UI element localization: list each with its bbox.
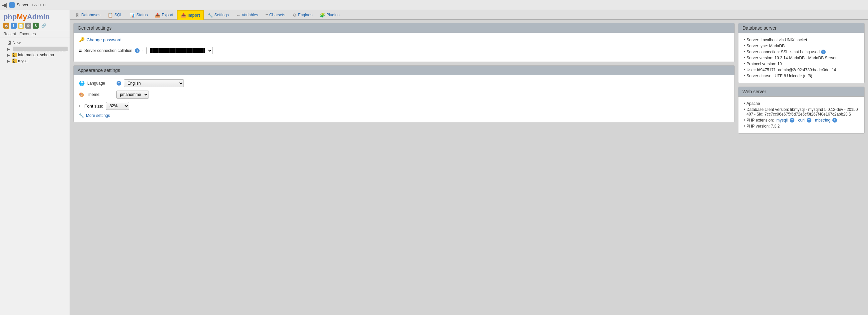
gear-icon[interactable]: ⚙: [25, 23, 31, 29]
web-server-title: Web server: [742, 89, 766, 94]
left-column: General settings 🔑 Change password ≡ Ser…: [73, 23, 735, 312]
theme-row: 🎨 Theme: pmahomme: [79, 91, 729, 99]
more-settings-label: More settings: [86, 113, 110, 118]
database-server-header: Database server: [738, 23, 864, 33]
back-button[interactable]: ◀: [2, 1, 7, 9]
collation-select[interactable]: ████████████████████: [146, 47, 213, 54]
db-server-item-2: Server connection: SSL is not being used…: [744, 49, 859, 55]
main-layout: phpMyAdmin 🏠 ℹ 📄 ⚙ $ 🔗 Recent Favorites …: [0, 10, 868, 315]
general-settings-title: General settings: [78, 25, 112, 31]
sql-icon: 📋: [107, 13, 113, 18]
tab-status[interactable]: 📊 Status: [126, 10, 151, 20]
change-password-label: Change password: [87, 37, 122, 42]
tab-import-label: Import: [188, 13, 200, 18]
export-icon: 📤: [155, 13, 160, 18]
web-server-list: Apache Database client version: libmysql…: [744, 100, 859, 129]
tab-export[interactable]: 📤 Export: [151, 10, 177, 20]
list-icon: ≡: [79, 48, 82, 53]
mysql-label: mysql: [18, 59, 28, 63]
doc-icon[interactable]: 📄: [18, 23, 24, 29]
language-help-icon[interactable]: ?: [117, 81, 121, 86]
tab-variables[interactable]: ↔ Variables: [232, 10, 262, 20]
server-title: Server: 127.0.0.1: [9, 2, 47, 8]
recent-link[interactable]: Recent: [3, 32, 16, 36]
favorites-link[interactable]: Favorites: [19, 32, 36, 36]
theme-select[interactable]: pmahomme: [116, 91, 149, 99]
tab-sql-label: SQL: [114, 13, 122, 17]
web-server-item-3: PHP version: 7.3.2: [744, 123, 859, 129]
charsets-icon: ≡: [266, 13, 268, 18]
import-icon: 📥: [181, 13, 186, 18]
font-size-label: Font size:: [85, 103, 103, 108]
variables-icon: ↔: [236, 13, 241, 18]
web-server-item-1: Database client version: libmysql - mysq…: [744, 106, 859, 117]
engines-icon: ⚙: [293, 13, 297, 18]
tree-blurred-db[interactable]: ▶ ████████████████: [6, 46, 68, 52]
tab-settings-label: Settings: [214, 13, 228, 17]
wrench-icon: 🔧: [79, 113, 84, 118]
db-tree: 🗄 New ▶ ████████████████ ▶ 🗄 information…: [0, 38, 70, 315]
language-select[interactable]: English: [124, 79, 184, 87]
web-server-item-2: PHP extension: mysqli ? curl ? mbstring …: [744, 117, 859, 123]
database-server-panel: Database server Server: Localhost via UN…: [738, 23, 865, 83]
tab-bar: 🗄 Databases 📋 SQL 📊 Status 📤 Export 📥 Im…: [70, 10, 868, 20]
font-size-select[interactable]: 82%: [106, 102, 129, 110]
appearance-settings-header: Appearance settings: [73, 66, 735, 75]
sidebar: phpMyAdmin 🏠 ℹ 📄 ⚙ $ 🔗 Recent Favorites …: [0, 10, 70, 315]
tree-new[interactable]: 🗄 New: [1, 40, 68, 46]
tab-sql[interactable]: 📋 SQL: [104, 10, 126, 20]
change-password-link[interactable]: 🔑 Change password: [79, 37, 729, 42]
collation-help-icon[interactable]: ?: [135, 48, 140, 53]
db-server-item-1: Server type: MariaDB: [744, 43, 859, 49]
ssl-help-icon[interactable]: ?: [821, 50, 826, 54]
globe-icon: 🌐: [79, 81, 85, 86]
tree-mysql[interactable]: ▶ 🗄 mysql: [6, 58, 68, 64]
collation-row: ≡ Server connection collation ? : ██████…: [79, 47, 729, 54]
tab-databases[interactable]: 🗄 Databases: [72, 10, 104, 20]
tab-engines[interactable]: ⚙ Engines: [289, 10, 316, 20]
web-server-item-0: Apache: [744, 100, 859, 106]
appearance-settings-panel: Appearance settings 🌐 Language ? English: [73, 65, 735, 122]
tab-status-label: Status: [136, 13, 148, 17]
key-icon: 🔑: [79, 37, 85, 42]
colon: :: [142, 48, 144, 53]
logo: phpMyAdmin: [3, 13, 66, 21]
blurred-db-label: ████████████████: [13, 46, 68, 51]
curl-link[interactable]: curl: [798, 118, 804, 123]
language-label: Language: [87, 81, 114, 86]
tab-import[interactable]: 📥 Import: [177, 10, 204, 20]
db-server-item-3: Server version: 10.3.14-MariaDB - MariaD…: [744, 55, 859, 61]
php-icon[interactable]: $: [33, 23, 39, 29]
database-server-list: Server: Localhost via UNIX socket Server…: [744, 37, 859, 79]
home-icon[interactable]: 🏠: [3, 23, 9, 29]
mbstring-help-icon[interactable]: ?: [832, 118, 837, 123]
database-server-body: Server: Localhost via UNIX socket Server…: [738, 33, 864, 83]
info-schema-icon: 🗄: [12, 53, 17, 57]
language-row: 🌐 Language ? English: [79, 79, 729, 87]
top-bar: ◀ Server: 127.0.0.1: [0, 0, 868, 10]
content-area: 🗄 Databases 📋 SQL 📊 Status 📤 Export 📥 Im…: [70, 10, 868, 315]
mysqli-link[interactable]: mysqli: [776, 118, 788, 123]
nav-links: Recent Favorites: [0, 30, 70, 38]
db-server-item-5: User: id9475171_admin@2a02:4780:bad:c0de…: [744, 67, 859, 73]
mysqli-help-icon[interactable]: ?: [790, 118, 795, 123]
tab-plugins[interactable]: 🧩 Plugins: [316, 10, 343, 20]
more-settings-link[interactable]: 🔧 More settings: [79, 113, 729, 118]
databases-icon: 🗄: [75, 13, 80, 18]
info-icon[interactable]: ℹ: [11, 23, 17, 29]
link-icon: 🔗: [41, 23, 46, 28]
tab-charsets[interactable]: ≡ Charsets: [262, 10, 289, 20]
theme-icon: 🎨: [79, 92, 84, 97]
logo-area: phpMyAdmin 🏠 ℹ 📄 ⚙ $ 🔗: [0, 10, 70, 30]
plugins-icon: 🧩: [320, 13, 325, 18]
tab-settings[interactable]: 🔧 Settings: [204, 10, 232, 20]
db-server-item-6: Server charset: UTF-8 Unicode (utf8): [744, 73, 859, 79]
web-server-panel: Web server Apache Database client versio…: [738, 87, 865, 133]
database-server-title: Database server: [742, 25, 777, 31]
db-server-item-4: Protocol version: 10: [744, 61, 859, 67]
mbstring-link[interactable]: mbstring: [815, 118, 830, 123]
logo-php: php: [3, 13, 17, 21]
curl-help-icon[interactable]: ?: [807, 118, 811, 123]
tree-information-schema[interactable]: ▶ 🗄 information_schema: [6, 52, 68, 58]
general-settings-header: General settings: [73, 23, 735, 33]
